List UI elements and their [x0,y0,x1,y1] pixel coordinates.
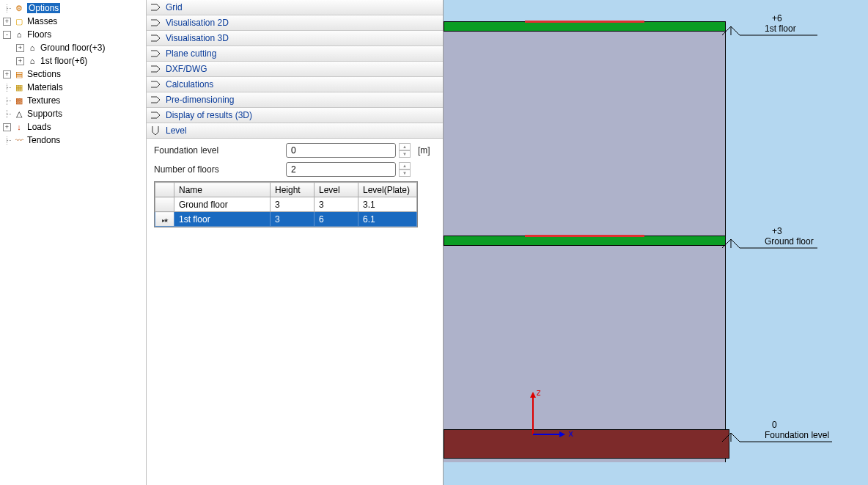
panel-title: Display of results (3D) [166,110,252,120]
col-height[interactable]: Height [271,183,315,197]
tree-ground-floor[interactable]: + ⌂ Ground floor(+3) [0,41,146,54]
table-header-row: Name Height Level Level(Plate) [155,183,417,197]
row-indicator[interactable] [155,197,174,212]
floors-table[interactable]: Name Height Level Level(Plate) Ground fl… [154,181,418,227]
tree-tendons[interactable]: 〰 Tendons [0,134,146,147]
panel-title: Visualisation 2D [166,18,229,28]
arrow-right-icon [150,18,161,27]
row-indicator[interactable]: ▸★ [155,212,174,227]
tree-joiner-icon [3,97,11,105]
foundation-element [444,429,729,459]
arrow-right-icon [150,34,161,43]
tree-label: Loads [27,122,51,132]
panel-vis3d[interactable]: Visualisation 3D [147,31,443,46]
foundation-level-label: Foundation level [154,145,286,156]
tree-sections[interactable]: + ▤ Sections [0,68,146,81]
tree-first-floor[interactable]: + ⌂ 1st floor(+6) [0,54,146,68]
arrow-right-icon [150,95,161,104]
tree-materials[interactable]: ▦ Materials [0,81,146,94]
tree-label: Sections [27,69,61,79]
number-of-floors-spinner[interactable]: ▲▼ [399,162,411,177]
panel-pre-dimensioning[interactable]: Pre-dimensioning [147,92,443,108]
panel-calculations[interactable]: Calculations [147,77,443,92]
level-mark-foundation: 0 Foundation level [737,420,829,440]
tree-label: Supports [27,109,62,119]
panel-title: Level [166,125,187,136]
viewport-3d[interactable]: z x +6 1st floor +3 Ground floor 0 Found… [444,0,868,485]
axis-z-label: z [536,387,541,398]
expand-icon[interactable]: + [3,123,11,131]
tree-label: Materials [27,82,63,92]
foundation-level-input[interactable] [286,143,396,158]
expand-icon[interactable]: + [16,57,24,65]
tree-label: Masses [27,16,57,26]
panel-title: Plane cutting [166,48,216,59]
col-level-plate[interactable]: Level(Plate) [358,183,417,197]
tree-options[interactable]: ⚙ Options [0,1,146,15]
cell-level[interactable]: 3 [315,197,358,212]
panel-title: Pre-dimensioning [166,95,234,105]
foundation-level-spinner[interactable]: ▲▼ [399,143,411,158]
table-row[interactable]: ▸★ 1st floor 3 6 6.1 [155,212,417,227]
cell-level[interactable]: 6 [315,212,358,227]
texture-icon: ▩ [13,95,25,106]
expand-icon[interactable]: + [16,44,24,52]
material-icon: ▦ [13,82,25,92]
svg-marker-1 [530,392,536,398]
floor-slab-first [444,21,726,32]
arrow-right-icon [150,3,161,12]
floor-icon: ⌂ [13,29,25,40]
tree-floors[interactable]: - ⌂ Floors [0,28,146,41]
floor-slab-ground [444,236,726,246]
level-panel-body: Foundation level ▲▼ [m] Number of floors… [147,139,443,233]
number-of-floors-input[interactable] [286,162,396,177]
number-of-floors-label: Number of floors [154,164,286,175]
unit-label: [m] [418,145,430,156]
collapse-icon[interactable]: - [3,31,11,39]
cell-plate[interactable]: 3.1 [358,197,417,212]
tree-label: 1st floor(+6) [40,56,87,66]
expand-icon[interactable]: + [3,18,11,26]
arrow-down-icon [150,126,161,135]
cell-name[interactable]: Ground floor [174,197,271,212]
gear-icon: ⚙ [13,3,25,13]
expand-icon[interactable]: + [3,70,11,79]
panel-dxf-dwg[interactable]: DXF/DWG [147,62,443,77]
tree-supports[interactable]: △ Supports [0,107,146,120]
panel-title: Calculations [166,79,213,90]
cell-height[interactable]: 3 [271,197,315,212]
row-header-blank [155,183,174,197]
tree-loads[interactable]: + ↓ Loads [0,120,146,134]
tree-label-options: Options [27,3,60,13]
arrow-right-icon [150,80,161,89]
panel-title: DXF/DWG [166,64,207,74]
project-tree[interactable]: ⚙ Options + ▢ Masses - ⌂ Floors + ⌂ Grou… [0,0,147,485]
level-mark-ground-floor: +3 Ground floor [737,226,814,247]
panel-title: Grid [166,2,183,12]
cell-plate[interactable]: 6.1 [358,212,417,227]
tree-joiner-icon [3,136,11,145]
panel-plane-cutting[interactable]: Plane cutting [147,46,443,62]
tendon-icon: 〰 [13,135,25,145]
panel-level[interactable]: Level [147,123,443,139]
cell-height[interactable]: 3 [271,212,315,227]
col-level[interactable]: Level [315,183,358,197]
panel-title: Visualisation 3D [166,33,229,43]
panel-display-results-3d[interactable]: Display of results (3D) [147,108,443,123]
table-row[interactable]: Ground floor 3 3 3.1 [155,197,417,212]
tree-textures[interactable]: ▩ Textures [0,94,146,107]
load-icon: ↓ [13,122,25,132]
floor-icon: ⌂ [26,56,38,66]
panel-vis2d[interactable]: Visualisation 2D [147,15,443,31]
tree-label: Tendons [27,135,60,145]
cell-name[interactable]: 1st floor [174,212,271,227]
support-icon: △ [13,109,25,119]
tree-joiner-icon [3,4,11,12]
cube-icon: ▢ [13,16,25,26]
axis-x-label: x [568,429,573,439]
arrow-right-icon [150,65,161,73]
col-name[interactable]: Name [174,183,271,197]
arrow-right-icon [150,111,161,120]
tree-masses[interactable]: + ▢ Masses [0,15,146,28]
panel-grid[interactable]: Grid [147,0,443,15]
